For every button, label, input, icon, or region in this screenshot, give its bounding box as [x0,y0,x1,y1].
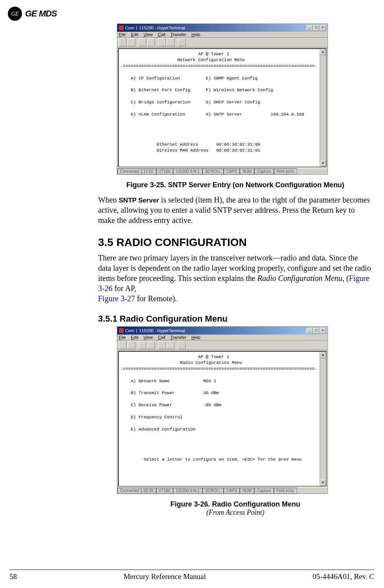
toolbar-receive-icon[interactable] [167,38,175,46]
status-connected: Connected 1:11:02 [117,168,156,174]
scrollbar[interactable]: ▲▼ [320,49,326,166]
close-button[interactable]: × [320,25,326,31]
menubar: File Edit View Call Transfer Help [117,32,328,38]
menu-call[interactable]: Call [158,335,166,340]
page: GE GE MDS Com 1 115200 - HyperTerminal _… [0,0,384,588]
status-capture: Capture [254,488,274,494]
maximize-button[interactable]: □ [313,25,319,31]
window-titlebar: Com 1 115200 - HyperTerminal _ □ × [117,327,328,335]
app-icon [119,25,124,30]
menu-file[interactable]: File [119,335,126,340]
window-title: Com 1 115200 - HyperTerminal [125,25,185,30]
toolbar [117,340,328,350]
window-titlebar: Com 1 115200 - HyperTerminal _ □ × [117,24,328,32]
toolbar-send-icon[interactable] [158,341,166,349]
toolbar-properties-icon[interactable] [178,341,186,349]
status-emulation: VT100 [156,488,173,494]
hyperterminal-window-2: Com 1 115200 - HyperTerminal _ □ × File … [117,326,328,494]
figure-caption-2: Figure 3-26. Radio Configuration Menu (F… [98,500,373,517]
toolbar-open-icon[interactable] [127,341,135,349]
close-button[interactable]: × [320,328,326,334]
toolbar [117,38,328,47]
status-printecho: Print echo [274,488,297,494]
toolbar-properties-icon[interactable] [178,38,186,46]
section-heading-3-5: 3.5 RADIO CONFIGURATION [98,236,373,249]
status-connected: Connected 1:16:39 [117,488,156,494]
content-column: Com 1 115200 - HyperTerminal _ □ × File … [98,24,373,517]
svg-text:GE: GE [11,11,19,17]
terminal-screen[interactable]: AP @ Tower 1 Network Configuration Menu … [118,48,327,167]
subsection-heading-3-5-1: 3.5.1 Radio Configuration Menu [98,314,373,324]
toolbar-open-icon[interactable] [127,38,135,46]
scroll-down-icon[interactable]: ▼ [320,479,326,486]
paragraph-radio-intro: There are two primary layers in the tran… [98,253,373,304]
statusbar: Connected 1:16:39 VT100 115200 8-N-1 SCR… [117,487,328,494]
ge-logo-icon: GE [8,7,22,21]
toolbar-send-icon[interactable] [158,38,166,46]
menubar: File Edit View Call Transfer Help [117,335,328,340]
window-title: Com 1 115200 - HyperTerminal [125,328,185,333]
menu-view[interactable]: View [144,32,153,37]
scrollbar[interactable]: ▲▼ [320,352,326,486]
scroll-up-icon[interactable]: ▲ [320,49,326,55]
status-scroll: SCROLL [202,168,224,174]
page-footer: 58 Mercury Reference Manual 05-4446A01, … [9,570,374,581]
toolbar-receive-icon[interactable] [167,341,175,349]
status-num: NUM [240,168,254,174]
window-buttons: _ □ × [306,25,326,31]
page-number: 58 [9,572,17,581]
hyperterminal-window-1: Com 1 115200 - HyperTerminal _ □ × File … [117,24,328,175]
menu-call[interactable]: Call [158,32,166,37]
toolbar-disconnect-icon[interactable] [147,38,155,46]
footer-title: Mercury Reference Manual [124,572,206,581]
statusbar: Connected 1:11:02 VT100 115200 8-N-1 SCR… [117,168,328,174]
toolbar-disconnect-icon[interactable] [147,341,155,349]
status-capture: Capture [254,168,274,174]
status-caps: CAPS [224,488,240,494]
status-emulation: VT100 [156,168,173,174]
status-port: 115200 8-N-1 [173,488,202,494]
status-num: NUM [240,488,254,494]
menu-transfer[interactable]: Transfer [170,32,186,37]
maximize-button[interactable]: □ [313,328,319,334]
menu-file[interactable]: File [119,32,126,37]
menu-transfer[interactable]: Transfer [170,335,186,340]
toolbar-connect-icon[interactable] [138,38,146,46]
footer-docid: 05-4446A01, Rev. C [313,572,374,581]
terminal-screen[interactable]: AP @ Tower 1 Radio Configuration Menu -=… [118,351,327,487]
minimize-button[interactable]: _ [306,25,313,31]
status-caps: CAPS [224,168,240,174]
figure-caption-1: Figure 3-25. SNTP Server Entry (on Netwo… [98,181,373,189]
menu-help[interactable]: Help [191,335,200,340]
toolbar-new-icon[interactable] [119,341,127,349]
window-buttons: _ □ × [306,328,326,334]
status-port: 115200 8-N-1 [173,168,202,174]
menu-view[interactable]: View [144,335,153,340]
minimize-button[interactable]: _ [306,328,313,334]
status-printecho: Print echo [274,168,297,174]
app-icon [119,328,124,333]
scroll-down-icon[interactable]: ▼ [320,160,326,166]
paragraph-sntp: When SNTP Server is selected (item H), t… [98,195,373,225]
link-figure-3-27[interactable]: Figure 3-27 [98,294,135,303]
scroll-up-icon[interactable]: ▲ [320,352,326,358]
toolbar-connect-icon[interactable] [138,341,146,349]
brand-text: GE MDS [25,9,57,19]
toolbar-new-icon[interactable] [119,38,127,46]
menu-help[interactable]: Help [191,32,200,37]
menu-edit[interactable]: Edit [131,335,138,340]
menu-edit[interactable]: Edit [131,32,138,37]
status-scroll: SCROLL [202,488,224,494]
page-header: GE GE MDS [0,0,384,24]
